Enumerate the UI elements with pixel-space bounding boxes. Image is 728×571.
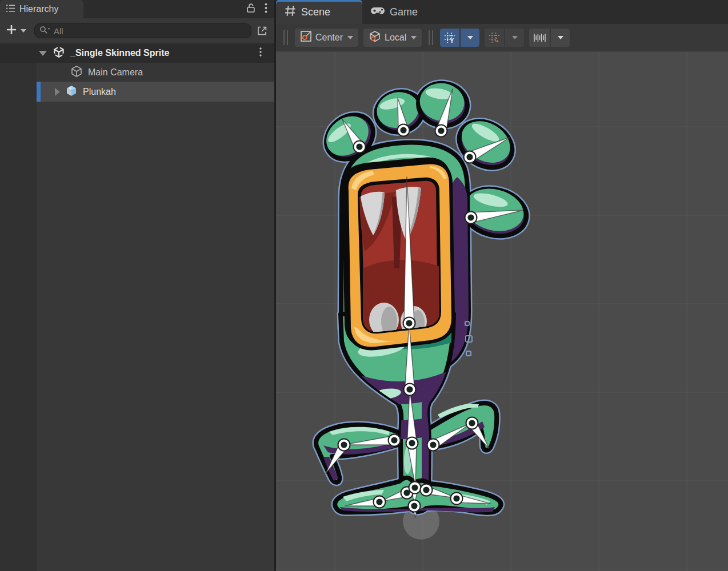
snap-increment-dropdown[interactable] xyxy=(551,29,570,47)
item-label: Plunkah xyxy=(83,87,116,97)
scene-viewport[interactable] xyxy=(276,51,728,571)
collapse-arrow-icon[interactable] xyxy=(39,51,47,56)
expand-arrow-icon[interactable] xyxy=(55,88,60,96)
grid-dropdown-button[interactable] xyxy=(461,29,479,47)
hierarchy-tab-label: Hierarchy xyxy=(19,4,58,14)
toolbar-drag-handle[interactable] xyxy=(429,30,433,45)
hierarchy-item-main-camera[interactable]: Main Camera xyxy=(0,63,274,82)
bone-joint[interactable] xyxy=(451,493,463,505)
item-label: Main Camera xyxy=(88,67,143,78)
hierarchy-item-plunkah[interactable]: Plunkah xyxy=(0,82,274,102)
bone-joint[interactable] xyxy=(389,435,401,447)
bone-joint[interactable] xyxy=(406,437,418,449)
unlock-icon[interactable] xyxy=(246,3,255,15)
pivot-dropdown-caret xyxy=(347,36,353,39)
pivot-center-icon xyxy=(300,30,312,45)
bone-joint[interactable] xyxy=(421,484,433,496)
bone-joint[interactable] xyxy=(435,125,447,137)
bone-joint[interactable] xyxy=(464,151,476,163)
toolbar-drag-handle[interactable] xyxy=(283,30,288,45)
tab-game[interactable]: Game xyxy=(362,0,428,24)
add-dropdown-caret[interactable] xyxy=(21,29,26,33)
hierarchy-list-icon xyxy=(6,4,15,15)
orientation-button[interactable]: Local xyxy=(363,29,422,47)
scene-tabstrip: Scene Game xyxy=(276,0,728,24)
snap-toggle[interactable] xyxy=(485,29,504,47)
bone-joint[interactable] xyxy=(338,439,350,451)
snap-dropdown-button[interactable] xyxy=(505,29,524,47)
hierarchy-toolbar xyxy=(0,18,274,43)
tab-hierarchy[interactable]: Hierarchy xyxy=(0,0,83,18)
orientation-label: Local xyxy=(385,33,406,43)
hierarchy-panel: Hierarchy xyxy=(0,0,276,571)
svg-text:Y: Y xyxy=(450,38,454,43)
bone-joint[interactable] xyxy=(404,384,416,396)
tab-scene[interactable]: Scene xyxy=(276,0,362,24)
bone-joint[interactable] xyxy=(466,417,478,429)
bone-joint[interactable] xyxy=(354,141,366,153)
bone-joint[interactable] xyxy=(409,500,421,512)
snap-increment-button[interactable] xyxy=(529,29,550,47)
hierarchy-gutter xyxy=(0,43,37,571)
unity-scene-icon xyxy=(52,45,66,61)
pick-window-icon[interactable] xyxy=(256,25,269,37)
pivot-mode-button[interactable]: Center xyxy=(295,29,358,47)
search-input[interactable] xyxy=(54,26,246,36)
scene-tab-label: Scene xyxy=(301,6,330,18)
mouth xyxy=(345,160,453,349)
hierarchy-rows: _Single Skinned Sprite Main Camera xyxy=(0,43,274,571)
local-cube-icon xyxy=(369,30,381,45)
bone-joint[interactable] xyxy=(427,439,439,451)
search-icon xyxy=(39,26,50,37)
hierarchy-tabstrip: Hierarchy xyxy=(0,0,274,18)
orientation-dropdown-caret xyxy=(411,36,417,39)
unity-editor: Hierarchy xyxy=(0,0,728,571)
bone-joint[interactable] xyxy=(403,317,415,329)
bone-joint[interactable] xyxy=(398,124,410,136)
hierarchy-search[interactable] xyxy=(34,23,251,38)
scene-name: _Single Skinned Sprite xyxy=(70,48,169,58)
kebab-menu-icon[interactable] xyxy=(265,3,267,15)
grid-visibility-toggle[interactable]: Y xyxy=(440,29,459,47)
bone-joint[interactable] xyxy=(374,496,386,508)
pivot-mode-label: Center xyxy=(315,33,343,43)
scene-header-row[interactable]: _Single Skinned Sprite xyxy=(0,43,274,63)
scene-kebab-icon[interactable] xyxy=(259,47,274,59)
bone-joint[interactable] xyxy=(409,482,421,494)
gamepad-icon xyxy=(370,6,385,19)
scene-grid-icon xyxy=(284,5,297,20)
prefab-cube-icon xyxy=(65,84,78,100)
bone-joint[interactable] xyxy=(465,212,477,224)
add-gameobject-button[interactable] xyxy=(6,24,17,38)
scene-panel: Scene Game xyxy=(276,0,728,571)
scene-toolbar: Center Local xyxy=(276,24,728,51)
game-tab-label: Game xyxy=(390,6,418,18)
gameobject-cube-icon xyxy=(70,65,83,81)
